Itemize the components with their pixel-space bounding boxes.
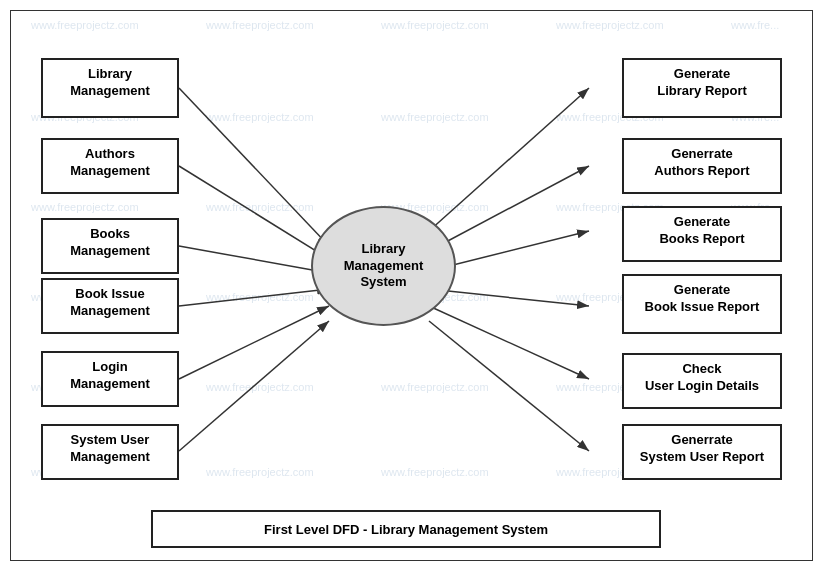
diagram-container: www.freeprojectz.com www.freeprojectz.co…: [10, 10, 813, 561]
node-gen-sysuser-report: GenerrateSystem User Report: [622, 424, 782, 480]
watermark-7: www.freeprojectz.com: [206, 111, 314, 123]
node-login-management: LoginManagement: [41, 351, 179, 407]
watermark-22: www.freeprojectz.com: [206, 381, 314, 393]
watermark-8: www.freeprojectz.com: [381, 111, 489, 123]
node-books-management: BooksManagement: [41, 218, 179, 274]
svg-line-10: [429, 289, 589, 306]
watermark-23: www.freeprojectz.com: [381, 381, 489, 393]
node-bookissue-management: Book IssueManagement: [41, 278, 179, 334]
watermark-4: www.freeprojectz.com: [556, 19, 664, 31]
watermark-1: www.freeprojectz.com: [31, 19, 139, 31]
svg-line-6: [179, 321, 329, 451]
node-authors-management: AuthorsManagement: [41, 138, 179, 194]
svg-line-12: [429, 321, 589, 451]
svg-line-5: [179, 306, 329, 379]
diagram-caption: First Level DFD - Library Management Sys…: [151, 510, 661, 548]
svg-line-11: [429, 306, 589, 379]
node-check-login: CheckUser Login Details: [622, 353, 782, 409]
watermark-12: www.freeprojectz.com: [206, 201, 314, 213]
watermark-28: www.freeprojectz.com: [381, 466, 489, 478]
watermark-27: www.freeprojectz.com: [206, 466, 314, 478]
svg-line-4: [179, 289, 329, 306]
svg-line-1: [179, 88, 329, 246]
watermark-2: www.freeprojectz.com: [206, 19, 314, 31]
svg-line-7: [429, 88, 589, 231]
node-gen-library-report: GenerateLibrary Report: [622, 58, 782, 118]
node-gen-authors-report: GenerrateAuthors Report: [622, 138, 782, 194]
node-gen-bookissue-report: GenerateBook Issue Report: [622, 274, 782, 334]
watermark-17: www.freeprojectz.com: [206, 291, 314, 303]
svg-line-3: [179, 246, 329, 273]
node-sysuser-management: System UserManagement: [41, 424, 179, 480]
watermark-11: www.freeprojectz.com: [31, 201, 139, 213]
svg-line-2: [179, 166, 329, 259]
watermark-3: www.freeprojectz.com: [381, 19, 489, 31]
node-gen-books-report: GenerateBooks Report: [622, 206, 782, 262]
center-node: LibraryManagementSystem: [311, 206, 456, 326]
svg-line-8: [429, 166, 589, 251]
node-library-management: LibraryManagement: [41, 58, 179, 118]
watermark-5: www.fre...: [731, 19, 779, 31]
